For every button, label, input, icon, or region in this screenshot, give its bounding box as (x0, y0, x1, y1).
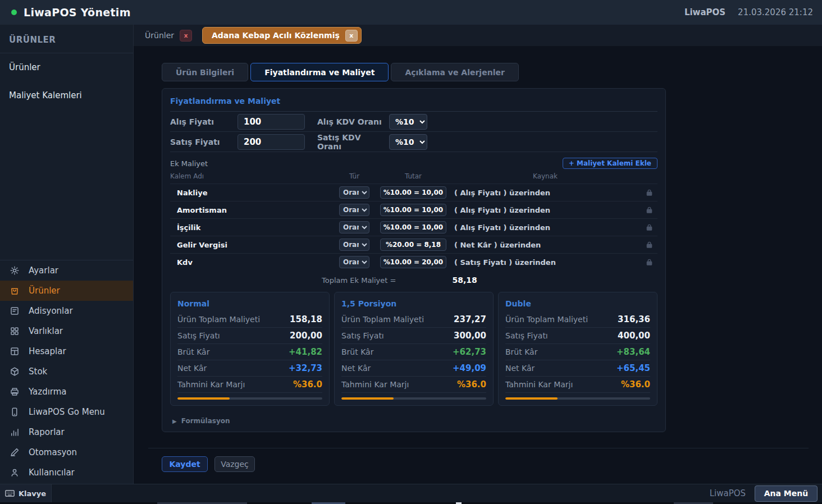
formulation-toggle[interactable]: ▶ Formülasyon (170, 414, 657, 426)
sale-price-value: 400,00 (618, 331, 650, 341)
cost-amount-input[interactable]: %10.00 = 10,00 (380, 204, 446, 216)
total-extra-cost-label: Toplam Ek Maliyet = (322, 276, 396, 285)
sale-price-value: 300,00 (454, 331, 486, 341)
sale-price-value: 200,00 (290, 331, 322, 341)
cost-amount-input[interactable]: %10.00 = 20,00 (380, 256, 446, 268)
sidebar-item-ayarlar[interactable]: Ayarlar (0, 260, 133, 281)
sale-vat-select[interactable]: %10 (389, 134, 427, 150)
doc-tab-urunler[interactable]: Ürünler x (140, 27, 197, 44)
cost-row-amortisman: Amortisman Oran %10.00 = 10,00 ( Alış Fi… (170, 201, 657, 218)
margin-progress-bar (505, 397, 650, 400)
cube-icon (9, 366, 20, 377)
lock-icon (641, 207, 657, 213)
cost-row-gelir-vergisi: Gelir Vergisi Oran %20.00 = 8,18 ( Net K… (170, 236, 657, 253)
sidebar-link-maliyet-kalemleri[interactable]: Maliyet Kalemleri (0, 81, 133, 109)
margin-progress-bar (341, 397, 486, 400)
sidebar-item-stok[interactable]: Stok (0, 361, 133, 382)
card-1-5-porsiyon: 1,5 Porsiyon Ürün Toplam Maliyeti237,27 … (334, 292, 494, 406)
sidebar-item-label: Otomasyon (29, 447, 77, 457)
costs-header-row: Ek Maliyet + Maliyet Kalemi Ekle (170, 152, 657, 170)
close-icon[interactable]: x (345, 30, 358, 42)
net-profit-value: +49,09 (453, 363, 486, 373)
purchase-price-label: Alış Fiyatı (170, 117, 232, 126)
top-bar: LiwaPOS Yönetim LiwaPOS 21.03.2026 21:12 (0, 0, 822, 25)
portion-cards: Normal Ürün Toplam Maliyeti158,18 Satış … (170, 292, 657, 406)
cost-type-select[interactable]: Oran (339, 239, 369, 251)
net-profit-value: +32,73 (289, 363, 322, 373)
tab-fiyatlandirma-maliyet[interactable]: Fiyatlandırma ve Maliyet (250, 63, 389, 81)
receipt-icon (9, 305, 20, 317)
save-button[interactable]: Kaydet (162, 456, 208, 472)
purchase-vat-select[interactable]: %10 (389, 114, 427, 130)
sale-price-input[interactable] (238, 134, 305, 150)
topbar-brand: LiwaPOS (684, 7, 725, 17)
sidebar-item-urunler[interactable]: Ürünler (0, 281, 133, 301)
cost-type-select[interactable]: Oran (339, 186, 369, 199)
cost-type-select[interactable]: Oran (339, 256, 369, 268)
total-cost-value: 237,27 (454, 314, 486, 324)
gross-profit-value: +41,82 (289, 347, 322, 357)
cost-row-kdv: Kdv Oran %10.00 = 20,00 ( Satış Fiyatı )… (170, 253, 657, 271)
phone-icon (9, 406, 20, 418)
cost-amount-input[interactable]: %10.00 = 10,00 (380, 221, 446, 233)
sidebar-item-varliklar[interactable]: Varlıklar (0, 321, 133, 341)
tab-urun-bilgileri[interactable]: Ürün Bilgileri (162, 63, 248, 81)
footer-brand: LiwaPOS (710, 488, 746, 498)
main-menu-button[interactable]: Ana Menü (755, 485, 818, 502)
costs-section-label: Ek Maliyet (170, 159, 208, 168)
sidebar-item-label: Ayarlar (29, 265, 58, 276)
col-header-type: Tür (332, 172, 377, 180)
card-duble: Duble Ürün Toplam Maliyeti316,36 Satış F… (498, 292, 657, 406)
sidebar-item-label: Yazdırma (29, 387, 67, 397)
sidebar-item-label: LiwaPOS Go Menu (29, 407, 105, 417)
sidebar-item-yazdirma[interactable]: Yazdırma (0, 382, 133, 402)
sidebar-item-label: Kullanıcılar (29, 468, 75, 478)
sidebar-item-hesaplar[interactable]: Hesaplar (0, 341, 133, 361)
add-cost-item-button[interactable]: + Maliyet Kalemi Ekle (563, 158, 657, 169)
sidebar-item-label: Ürünler (29, 286, 60, 296)
cost-row-nakliye: Nakliye Oran %10.00 = 10,00 ( Alış Fiyat… (170, 184, 657, 201)
sidebar-item-raporlar[interactable]: Raporlar (0, 422, 133, 442)
lock-icon (641, 224, 657, 231)
sidebar-item-kullanicilar[interactable]: Kullanıcılar (0, 462, 133, 483)
doc-tab-adana-kebap[interactable]: Adana Kebap Acılı Közlenmiş x (202, 27, 362, 44)
sidebar-item-label: Raporlar (29, 427, 65, 437)
user-icon (9, 467, 20, 478)
chevron-right-icon: ▶ (172, 418, 177, 424)
product-tabs: Ürün Bilgileri Fiyatlandırma ve Maliyet … (162, 63, 822, 81)
total-cost-value: 158,18 (290, 314, 322, 324)
sidebar-item-liwapos-go-menu[interactable]: LiwaPOS Go Menu (0, 402, 133, 422)
purchase-price-input[interactable] (238, 114, 305, 130)
sidebar-section-title: ÜRÜNLER (0, 25, 133, 53)
net-profit-value: +65,45 (616, 363, 650, 373)
sale-price-label: Satış Fiyatı (170, 138, 232, 146)
cost-amount-input[interactable]: %20.00 = 8,18 (380, 239, 446, 251)
sidebar-item-label: Stok (29, 366, 47, 377)
sidebar-item-otomasyon[interactable]: Otomasyon (0, 442, 133, 462)
tab-aciklama-alerjenler[interactable]: Açıklama ve Alerjenler (391, 63, 518, 81)
purchase-vat-label: Alış KDV Oranı (317, 117, 383, 126)
gross-profit-value: +83,64 (616, 347, 650, 357)
gross-profit-value: +62,73 (453, 347, 486, 357)
keyboard-icon (5, 490, 15, 497)
form-actions: Kaydet Vazgeç (162, 456, 822, 472)
lock-icon (641, 189, 657, 196)
sidebar-menu: Ayarlar Ürünler Adisyonlar (0, 260, 133, 484)
cost-type-select[interactable]: Oran (339, 204, 369, 216)
topbar-datetime: 21.03.2026 21:12 (738, 7, 813, 17)
lock-icon (641, 241, 657, 248)
sidebar-link-urunler[interactable]: Ürünler (0, 53, 133, 81)
close-icon[interactable]: x (180, 30, 192, 42)
cost-amount-input[interactable]: %10.00 = 10,00 (380, 186, 446, 199)
panel-title: Fiyatlandırma ve Maliyet (170, 97, 657, 112)
col-header-name: Kalem Adı (170, 172, 332, 180)
content-divider (148, 448, 809, 448)
sidebar-item-label: Adisyonlar (29, 306, 73, 316)
sidebar-item-adisyonlar[interactable]: Adisyonlar (0, 301, 133, 321)
cost-type-select[interactable]: Oran (339, 221, 369, 233)
pricing-panel: Fiyatlandırma ve Maliyet Alış Fiyatı Alı… (162, 88, 666, 432)
keyboard-button[interactable]: Klavye (0, 484, 52, 502)
sidebar-item-label: Hesaplar (29, 346, 66, 356)
col-header-amount: Tutar (377, 172, 450, 180)
cancel-button[interactable]: Vazgeç (214, 456, 255, 472)
